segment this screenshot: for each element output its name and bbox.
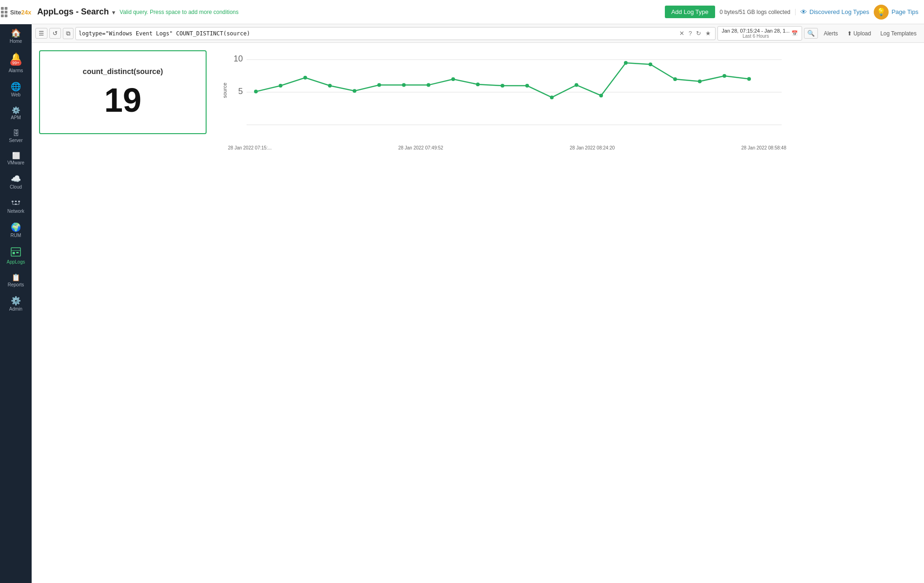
page-title: AppLogs - Search ▾ bbox=[37, 7, 115, 17]
run-query-button[interactable]: ↻ bbox=[695, 29, 703, 38]
svg-point-37 bbox=[723, 74, 726, 78]
y-axis-label: source bbox=[222, 82, 228, 98]
logo-text: Site24x7 bbox=[10, 9, 35, 16]
toolbar: ☰ ↺ ⧉ logtype="Windows Event Logs" COUNT… bbox=[32, 24, 924, 43]
metric-title: count_distinct(source) bbox=[83, 68, 163, 76]
date-range-bottom: Last 6 Hours bbox=[722, 34, 790, 39]
svg-point-38 bbox=[747, 77, 751, 81]
sidebar-item-web[interactable]: 🌐 Web bbox=[0, 78, 32, 102]
clear-query-button[interactable]: ✕ bbox=[678, 29, 686, 38]
page-tips-area: 💡 Page Tips bbox=[874, 5, 918, 20]
sidebar-item-cloud[interactable]: ☁️ Cloud bbox=[0, 170, 32, 194]
cloud-icon: ☁️ bbox=[11, 175, 21, 183]
x-label-1: 28 Jan 2022 07:15:... bbox=[228, 145, 272, 150]
svg-point-29 bbox=[525, 84, 529, 88]
log-bytes-info: 0 bytes/51 GB logs collected bbox=[720, 9, 796, 15]
date-range-text: Jan 28, 07:15:24 - Jan 28, 1... Last 6 H… bbox=[722, 28, 790, 39]
page-tips-icon: 💡 bbox=[874, 5, 889, 20]
x-label-2: 28 Jan 2022 07:49:52 bbox=[398, 145, 443, 150]
sidebar-label-web: Web bbox=[11, 92, 20, 97]
upload-button[interactable]: ⬆ Upload bbox=[844, 28, 875, 39]
svg-text:10: 10 bbox=[234, 54, 243, 63]
query-text: logtype="Windows Event Logs" COUNT_DISTI… bbox=[79, 30, 678, 37]
applogs-icon bbox=[11, 247, 21, 258]
svg-point-34 bbox=[649, 62, 652, 66]
search-button[interactable]: 🔍 bbox=[804, 28, 818, 39]
svg-point-19 bbox=[279, 84, 282, 88]
copy-button[interactable]: ⧉ bbox=[63, 28, 74, 39]
svg-point-24 bbox=[402, 83, 406, 87]
list-view-button[interactable]: ☰ bbox=[35, 28, 47, 39]
svg-point-32 bbox=[599, 94, 603, 97]
log-templates-button[interactable]: Log Templates bbox=[877, 28, 920, 39]
calendar-icon: 📅 bbox=[791, 30, 798, 36]
query-help-button[interactable]: ? bbox=[687, 29, 693, 38]
svg-point-30 bbox=[550, 95, 554, 99]
svg-point-25 bbox=[427, 83, 430, 87]
sidebar-item-apm[interactable]: ⚙️ APM bbox=[0, 102, 32, 125]
sidebar-label-admin: Admin bbox=[9, 306, 22, 312]
apm-icon: ⚙️ bbox=[12, 107, 20, 114]
page-title-dropdown[interactable]: ▾ bbox=[112, 9, 115, 16]
sidebar-label-rum: RUM bbox=[11, 233, 21, 238]
query-input-area: logtype="Windows Event Logs" COUNT_DISTI… bbox=[75, 27, 716, 40]
svg-point-35 bbox=[673, 77, 677, 81]
svg-rect-12 bbox=[16, 252, 19, 253]
discovered-log-types-link[interactable]: 👁 Discovered Log Types bbox=[800, 8, 869, 16]
sidebar-item-server[interactable]: 🗄 Server bbox=[0, 125, 32, 148]
svg-rect-2 bbox=[18, 201, 20, 202]
sidebar-item-reports[interactable]: 📋 Reports bbox=[0, 269, 32, 292]
x-label-3: 28 Jan 2022 08:24:20 bbox=[570, 145, 615, 150]
admin-icon: ⚙️ bbox=[11, 297, 21, 305]
svg-point-20 bbox=[303, 76, 307, 80]
svg-point-21 bbox=[328, 84, 332, 88]
network-icon bbox=[11, 199, 20, 207]
logo-grid bbox=[0, 7, 7, 17]
svg-point-33 bbox=[624, 61, 628, 65]
alarm-badge: 99+ bbox=[10, 60, 21, 66]
server-icon: 🗄 bbox=[13, 129, 20, 136]
eye-icon: 👁 bbox=[800, 8, 807, 16]
home-icon: 🏠 bbox=[11, 29, 21, 37]
reports-icon: 📋 bbox=[12, 274, 20, 281]
sidebar-label-vmware: VMware bbox=[7, 160, 25, 165]
sidebar-item-home[interactable]: 🏠 Home bbox=[0, 24, 32, 48]
sidebar-item-network[interactable]: Network bbox=[0, 194, 32, 218]
sidebar-label-home: Home bbox=[10, 39, 22, 44]
web-icon: 🌐 bbox=[11, 82, 21, 91]
line-chart: 10 5 bbox=[228, 50, 786, 143]
svg-rect-11 bbox=[13, 252, 15, 254]
sidebar-item-applogs[interactable]: AppLogs bbox=[0, 243, 32, 269]
svg-point-36 bbox=[698, 80, 702, 83]
svg-rect-1 bbox=[15, 201, 17, 202]
main-content: AppLogs - Search ▾ Valid query. Press sp… bbox=[32, 0, 924, 583]
sidebar-item-alarms[interactable]: 🔔 99+ Alarms bbox=[0, 48, 32, 78]
vmware-icon: ⬜ bbox=[12, 152, 20, 159]
sidebar-item-admin[interactable]: ⚙️ Admin bbox=[0, 292, 32, 316]
refresh-query-button[interactable]: ↺ bbox=[49, 28, 61, 39]
date-range-button[interactable]: Jan 28, 07:15:24 - Jan 28, 1... Last 6 H… bbox=[717, 26, 802, 41]
svg-point-27 bbox=[476, 82, 480, 86]
sidebar-label-apm: APM bbox=[11, 115, 21, 120]
metric-card: count_distinct(source) 19 bbox=[39, 50, 207, 134]
valid-query-text: Valid query. Press space to add more con… bbox=[120, 9, 660, 15]
svg-point-23 bbox=[377, 83, 381, 87]
alerts-button[interactable]: Alerts bbox=[820, 28, 842, 39]
sidebar-item-rum[interactable]: 🌍 RUM bbox=[0, 218, 32, 243]
add-log-type-button[interactable]: Add Log Type bbox=[665, 6, 715, 18]
sidebar: Site24x7 🏠 Home 🔔 99+ Alarms 🌐 Web ⚙️ AP… bbox=[0, 0, 32, 583]
content-area: count_distinct(source) 19 source 10 5 bbox=[32, 43, 924, 583]
chart-x-labels: 28 Jan 2022 07:15:... 28 Jan 2022 07:49:… bbox=[228, 145, 786, 150]
svg-point-31 bbox=[575, 83, 578, 87]
date-range-top: Jan 28, 07:15:24 - Jan 28, 1... bbox=[722, 28, 790, 34]
sidebar-label-server: Server bbox=[9, 138, 22, 143]
chart-container: 10 5 bbox=[228, 50, 786, 143]
svg-point-22 bbox=[353, 89, 356, 93]
svg-point-26 bbox=[451, 77, 455, 81]
toolbar-right: Alerts ⬆ Upload Log Templates bbox=[820, 28, 920, 39]
sidebar-label-alarms: Alarms bbox=[8, 68, 23, 73]
rum-icon: 🌍 bbox=[11, 223, 21, 231]
page-tips-link[interactable]: Page Tips bbox=[891, 8, 918, 15]
save-query-button[interactable]: ★ bbox=[704, 29, 712, 38]
sidebar-item-vmware[interactable]: ⬜ VMware bbox=[0, 148, 32, 170]
